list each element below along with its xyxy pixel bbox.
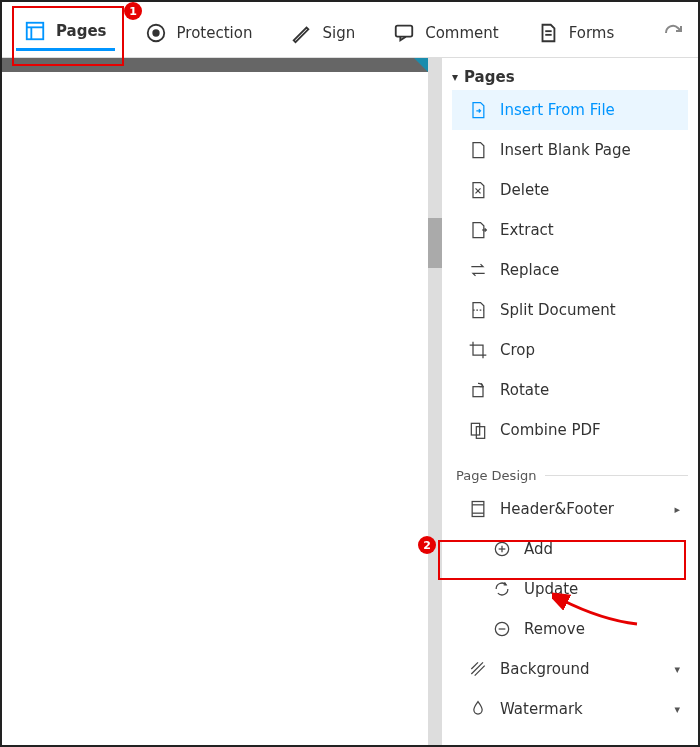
header-footer-icon <box>468 499 488 519</box>
replace-label: Replace <box>500 261 559 279</box>
tab-protection[interactable]: Protection <box>137 16 261 50</box>
insert-from-file-label: Insert From File <box>500 101 615 119</box>
scroll-thumb[interactable] <box>428 218 442 268</box>
watermark-label: Watermark <box>500 700 583 718</box>
combine-icon <box>468 420 488 440</box>
combine-pdf[interactable]: Combine PDF <box>452 410 688 450</box>
svg-rect-5 <box>396 25 413 36</box>
header-footer-update[interactable]: Update <box>452 569 688 609</box>
crop-label: Crop <box>500 341 535 359</box>
update-icon <box>492 579 512 599</box>
panel-title: Pages <box>464 68 515 86</box>
top-toolbar: Pages Protection Sign Comment Forms <box>2 2 698 58</box>
comment-icon <box>393 22 415 44</box>
sign-icon <box>290 22 312 44</box>
crop-icon <box>468 340 488 360</box>
extract-label: Extract <box>500 221 554 239</box>
rotate-label: Rotate <box>500 381 549 399</box>
tab-forms-label: Forms <box>569 24 615 42</box>
svg-line-22 <box>471 662 483 674</box>
tab-forms[interactable]: Forms <box>529 16 623 50</box>
tab-comment-label: Comment <box>425 24 499 42</box>
extract-page[interactable]: Extract <box>452 210 688 250</box>
chevron-right-icon: ▸ <box>674 503 680 516</box>
replace-page[interactable]: Replace <box>452 250 688 290</box>
document-area <box>2 58 428 745</box>
add-icon <box>492 539 512 559</box>
remove-icon <box>492 619 512 639</box>
watermark-icon <box>468 699 488 719</box>
rotate-page[interactable]: Rotate <box>452 370 688 410</box>
svg-rect-14 <box>472 502 484 517</box>
forms-icon <box>537 22 559 44</box>
file-arrow-icon <box>468 100 488 120</box>
crop-page[interactable]: Crop <box>452 330 688 370</box>
document-tab-bar[interactable] <box>2 58 428 72</box>
split-icon <box>468 300 488 320</box>
svg-rect-0 <box>27 23 44 40</box>
tab-pages[interactable]: Pages <box>16 14 115 51</box>
insert-blank-page[interactable]: Insert Blank Page <box>452 130 688 170</box>
delete-icon <box>468 180 488 200</box>
header-footer-remove[interactable]: Remove <box>452 609 688 649</box>
remove-label: Remove <box>524 620 585 638</box>
page-design-section: Page Design <box>452 450 688 489</box>
tab-sign-label: Sign <box>322 24 355 42</box>
update-label: Update <box>524 580 578 598</box>
header-footer-add[interactable]: Add <box>452 529 688 569</box>
delete-page[interactable]: Delete <box>452 170 688 210</box>
pages-side-panel: ▾ Pages Insert From File Insert Blank Pa… <box>442 58 698 745</box>
tab-protection-label: Protection <box>177 24 253 42</box>
chevron-down-icon: ▾ <box>452 70 458 84</box>
rotate-icon <box>468 380 488 400</box>
svg-rect-11 <box>473 387 483 397</box>
header-footer-label: Header&Footer <box>500 500 614 518</box>
background-icon <box>468 659 488 679</box>
replace-icon <box>468 260 488 280</box>
page-design-label: Page Design <box>456 468 537 483</box>
combine-label: Combine PDF <box>500 421 601 439</box>
protection-icon <box>145 22 167 44</box>
redo-icon <box>660 19 684 43</box>
panel-header[interactable]: ▾ Pages <box>452 68 688 86</box>
tab-pages-label: Pages <box>56 22 107 40</box>
tab-comment[interactable]: Comment <box>385 16 507 50</box>
split-document[interactable]: Split Document <box>452 290 688 330</box>
blank-page-icon <box>468 140 488 160</box>
svg-line-23 <box>475 666 485 676</box>
pages-icon <box>24 20 46 42</box>
split-label: Split Document <box>500 301 616 319</box>
svg-rect-13 <box>476 427 484 439</box>
background[interactable]: Background ▾ <box>452 649 688 689</box>
header-footer[interactable]: Header&Footer ▸ <box>452 489 688 529</box>
svg-rect-12 <box>471 423 479 435</box>
delete-label: Delete <box>500 181 549 199</box>
insert-from-file[interactable]: Insert From File <box>452 90 688 130</box>
scrollbar[interactable] <box>428 58 442 745</box>
chevron-down-icon: ▾ <box>674 703 680 716</box>
background-label: Background <box>500 660 590 678</box>
add-label: Add <box>524 540 553 558</box>
extract-icon <box>468 220 488 240</box>
redo-button[interactable] <box>660 19 684 47</box>
insert-blank-label: Insert Blank Page <box>500 141 631 159</box>
svg-point-4 <box>153 30 159 36</box>
watermark[interactable]: Watermark ▾ <box>452 689 688 729</box>
chevron-down-icon: ▾ <box>674 663 680 676</box>
tab-sign[interactable]: Sign <box>282 16 363 50</box>
